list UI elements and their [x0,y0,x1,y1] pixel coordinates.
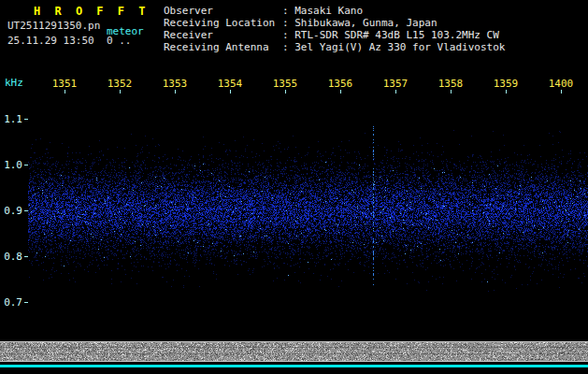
meta-row-observer: Observer: Masaki Kano [164,5,505,17]
time-tick-label: 1355 [272,78,298,90]
time-tick-label: 1400 [548,78,574,90]
time-tick-label: 1356 [327,78,353,90]
meta-label: Receiving Location [164,17,282,29]
time-tick-label: 1353 [162,78,188,90]
meta-separator: : [282,41,294,53]
meta-label: Receiving Antenna [164,41,282,53]
spectrogram-canvas [28,90,588,340]
signal-level-strip [0,342,588,361]
app-title: H R O F F T [34,5,149,18]
freq-tick-label: 1.0 [3,159,22,171]
hrofft-screen: H R O F F T UT2511291350.pn meteor 25.11… [0,0,588,374]
frequency-axis: 1.11.00.90.80.7 [0,0,28,346]
signal-strip-bottom-border [0,361,588,362]
time-tick-label: 1358 [437,78,464,90]
time-tick-label: 1357 [382,78,409,90]
meta-separator: : [282,5,294,17]
meta-separator: : [282,17,294,29]
meta-separator: : [282,29,294,41]
meta-row-receiver: Receiver: RTL-SDR SDR# 43dB L15 103.2MHz… [164,29,505,41]
meta-row-location: Receiving Location: Shibukawa, Gunma, Ja… [164,17,505,29]
time-tick-label: 1352 [107,78,133,90]
time-tick-label: 1354 [217,78,243,90]
baseline-bar [0,365,588,367]
meta-value: RTL-SDR SDR# 43dB L15 103.2MHz CW [294,29,499,41]
meta-value: Shibukawa, Gunma, Japan [294,17,437,29]
meta-label: Observer [164,5,282,17]
freq-tick-label: 0.9 [3,205,22,217]
meta-label: Receiver [164,29,282,41]
meta-value: 3el Yagi(V) Az 330 for Vladivostok [294,41,505,53]
meta-value: Masaki Kano [294,5,363,17]
freq-tick-label: 0.8 [3,251,22,263]
freq-tick-label: 1.1 [3,113,22,125]
observation-metadata: Observer: Masaki Kano Receiving Location… [164,5,505,53]
meta-row-antenna: Receiving Antenna: 3el Yagi(V) Az 330 fo… [164,41,505,53]
time-tick-label: 1351 [51,78,78,90]
time-tick-label: 1359 [493,78,519,90]
freq-tick-label: 0.7 [3,296,22,309]
